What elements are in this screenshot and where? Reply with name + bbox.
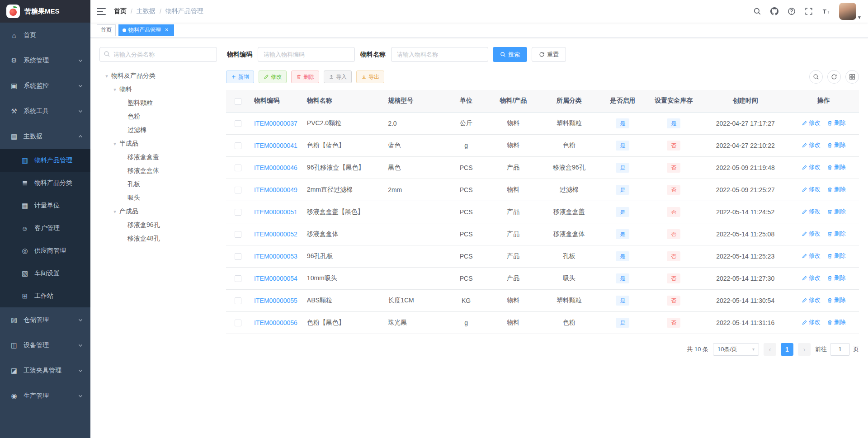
sidebar-item[interactable]: ⌂ 首页 — [0, 23, 90, 48]
item-code-link[interactable]: ITEM00000046 — [254, 164, 297, 171]
tree-node[interactable]: ▾ 吸头 — [99, 191, 217, 205]
enabled-badge[interactable]: 是 — [600, 267, 645, 289]
caret-down-icon[interactable]: ▾ — [110, 209, 119, 215]
enabled-badge[interactable]: 是 — [600, 289, 645, 311]
close-icon[interactable]: × — [163, 27, 170, 33]
sidebar-item[interactable]: ⚙ 系统管理 — [0, 48, 90, 73]
caret-down-icon[interactable]: ▾ — [102, 73, 111, 79]
sidebar-item[interactable]: ▨ 仓储管理 — [0, 307, 90, 333]
edit-row-button[interactable]: 修改 — [802, 318, 821, 326]
edit-row-button[interactable]: 修改 — [802, 119, 821, 127]
sidebar-item[interactable]: ◫ 设备管理 — [0, 333, 90, 358]
row-checkbox[interactable] — [235, 187, 241, 193]
delete-row-button[interactable]: 删除 — [827, 274, 846, 282]
safety-stock-badge[interactable]: 否 — [645, 311, 703, 334]
sidebar-subitem[interactable]: ▥ 物料产品管理 — [0, 149, 90, 172]
safety-stock-badge[interactable]: 否 — [645, 267, 703, 289]
row-checkbox[interactable] — [235, 120, 241, 127]
safety-stock-badge[interactable]: 否 — [645, 134, 703, 156]
row-checkbox[interactable] — [235, 253, 241, 260]
add-button[interactable]: 新增 — [226, 71, 254, 83]
goto-page-input[interactable] — [830, 343, 850, 356]
delete-row-button[interactable]: 删除 — [827, 119, 846, 127]
enabled-badge[interactable]: 是 — [600, 112, 645, 134]
edit-row-button[interactable]: 修改 — [802, 252, 821, 260]
column-header[interactable]: 是否启用 — [600, 90, 645, 112]
safety-stock-badge[interactable]: 是 — [645, 112, 703, 134]
tree-node[interactable]: ▾ 产成品 — [99, 205, 217, 218]
sidebar-item[interactable]: ⚒ 系统工具 — [0, 99, 90, 124]
sidebar-subitem[interactable]: ▦ 计量单位 — [0, 194, 90, 217]
delete-button[interactable]: 删除 — [291, 71, 319, 83]
sidebar-subitem[interactable]: ≣ 物料产品分类 — [0, 172, 90, 194]
search-button[interactable]: 搜索 — [493, 47, 527, 62]
tree-node[interactable]: ▾ 塑料颗粒 — [99, 96, 217, 110]
column-header[interactable]: 物料名称 — [302, 90, 383, 112]
sidebar-toggle-icon[interactable] — [97, 8, 106, 15]
column-header[interactable]: 规格型号 — [383, 90, 443, 112]
material-name-input[interactable] — [391, 47, 488, 62]
page-size-select[interactable]: 10条/页 ▾ — [713, 343, 759, 356]
edit-row-button[interactable]: 修改 — [802, 296, 821, 304]
row-checkbox[interactable] — [235, 320, 241, 326]
sidebar-item[interactable]: ◉ 生产管理 — [0, 383, 90, 409]
sidebar-item[interactable]: ▤ 主数据 — [0, 124, 90, 149]
tree-node[interactable]: ▾ 物料 — [99, 83, 217, 96]
row-checkbox[interactable] — [235, 165, 241, 171]
safety-stock-badge[interactable]: 否 — [645, 223, 703, 245]
delete-row-button[interactable]: 删除 — [827, 296, 846, 304]
safety-stock-badge[interactable]: 否 — [645, 156, 703, 179]
enabled-badge[interactable]: 是 — [600, 134, 645, 156]
item-code-link[interactable]: ITEM00000041 — [254, 142, 297, 149]
safety-stock-badge[interactable]: 否 — [645, 245, 703, 267]
search-icon[interactable] — [750, 4, 765, 19]
column-header[interactable]: 单位 — [444, 90, 489, 112]
sidebar-subitem[interactable]: ⊞ 工作站 — [0, 285, 90, 307]
tree-node[interactable]: ▾ 半成品 — [99, 137, 217, 151]
material-code-input[interactable] — [258, 47, 355, 62]
delete-row-button[interactable]: 删除 — [827, 185, 846, 193]
tree-node[interactable]: ▾ 移液盒48孔 — [99, 232, 217, 245]
item-code-link[interactable]: ITEM00000037 — [254, 120, 297, 127]
item-code-link[interactable]: ITEM00000054 — [254, 275, 297, 282]
row-checkbox[interactable] — [235, 297, 241, 304]
edit-row-button[interactable]: 修改 — [802, 185, 821, 193]
item-code-link[interactable]: ITEM00000052 — [254, 231, 297, 238]
help-icon[interactable] — [784, 4, 799, 19]
row-checkbox[interactable] — [235, 209, 241, 216]
row-checkbox[interactable] — [235, 275, 241, 282]
sidebar-subitem[interactable]: ▧ 车间设置 — [0, 262, 90, 285]
enabled-badge[interactable]: 是 — [600, 201, 645, 223]
edit-row-button[interactable]: 修改 — [802, 230, 821, 238]
enabled-badge[interactable]: 是 — [600, 223, 645, 245]
row-checkbox[interactable] — [235, 231, 241, 238]
column-header[interactable]: 物料/产品 — [489, 90, 538, 112]
item-code-link[interactable]: ITEM00000055 — [254, 297, 297, 304]
tree-node[interactable]: ▾ 色粉 — [99, 110, 217, 123]
sidebar-subitem[interactable]: ☺ 客户管理 — [0, 217, 90, 240]
enabled-badge[interactable]: 是 — [600, 311, 645, 334]
safety-stock-badge[interactable]: 否 — [645, 179, 703, 201]
tab-active[interactable]: 物料产品管理 × — [118, 24, 174, 36]
column-header[interactable]: 设置安全库存 — [645, 90, 703, 112]
github-icon[interactable] — [767, 4, 782, 19]
column-header[interactable]: 物料编码 — [250, 90, 302, 112]
import-button[interactable]: 导入 — [324, 71, 352, 83]
reset-button[interactable]: 重置 — [532, 47, 566, 62]
next-page-button[interactable]: › — [798, 343, 811, 356]
tree-node[interactable]: ▾ 过滤棉 — [99, 123, 217, 137]
item-code-link[interactable]: ITEM00000056 — [254, 319, 297, 326]
caret-down-icon[interactable]: ▾ — [110, 141, 119, 147]
tab-item[interactable]: 首页 — [97, 24, 116, 36]
delete-row-button[interactable]: 删除 — [827, 252, 846, 260]
item-code-link[interactable]: ITEM00000053 — [254, 253, 297, 260]
column-header[interactable]: 创建时间 — [703, 90, 788, 112]
user-menu[interactable]: ▼ — [839, 3, 862, 20]
edit-row-button[interactable]: 修改 — [802, 274, 821, 282]
page-number-button[interactable]: 1 — [781, 343, 793, 356]
app-logo[interactable]: 苦糖果MES — [0, 0, 90, 23]
safety-stock-badge[interactable]: 否 — [645, 201, 703, 223]
caret-down-icon[interactable]: ▾ — [110, 87, 119, 93]
sidebar-item[interactable]: ▣ 系统监控 — [0, 73, 90, 99]
tree-node[interactable]: ▾ 移液盒96孔 — [99, 218, 217, 232]
